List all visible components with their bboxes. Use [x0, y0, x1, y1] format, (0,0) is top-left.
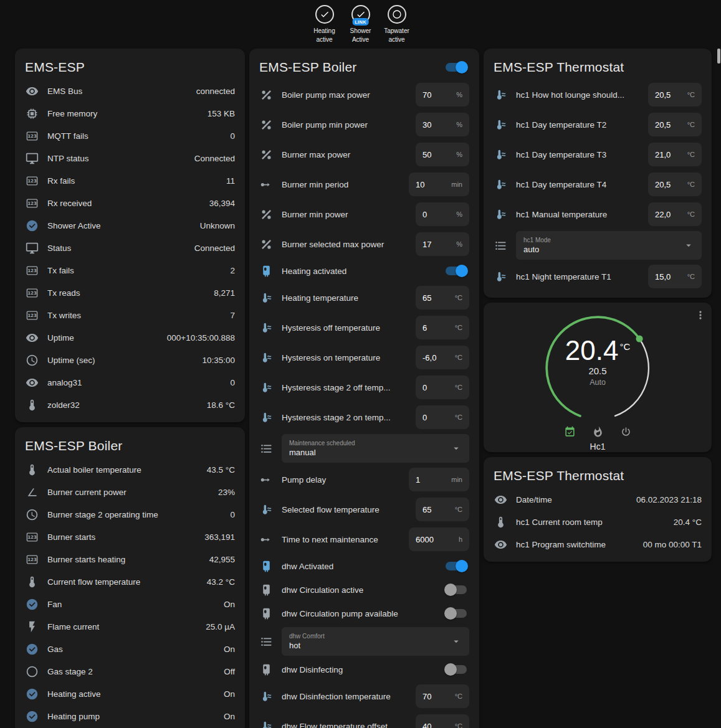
entity-row-tx-fails[interactable]: 123Tx fails2 — [15, 259, 245, 281]
card-thermostat-controls: EMS-ESP Thermostat hc1 How hot lounge sh… — [484, 49, 712, 298]
entity-row-gas[interactable]: GasOn — [15, 638, 245, 660]
toggle-switch[interactable] — [446, 585, 467, 594]
select-label: dhw Comfort — [289, 633, 325, 640]
entity-label: Flame current — [47, 622, 197, 631]
entity-row-actual-boiler-temperature[interactable]: Actual boiler temperature43.5 °C — [15, 458, 245, 481]
badge-tapwater-active[interactable]: Tapwateractive — [382, 5, 412, 44]
badge-heating-active[interactable]: Heatingactive — [310, 5, 340, 44]
entity-row-ntp-status[interactable]: NTP statusConnected — [15, 147, 245, 169]
select-input[interactable]: hc1 Modeauto — [516, 231, 702, 260]
entity-label: Heating pump — [47, 712, 215, 721]
boiler-icon — [259, 559, 273, 573]
more-options-icon[interactable] — [694, 309, 707, 324]
power-icon[interactable] — [620, 426, 632, 438]
number-input[interactable]: 65°C — [416, 286, 469, 310]
entity-value: 8,271 — [214, 288, 235, 298]
toggle-switch[interactable] — [446, 562, 467, 570]
entity-row-fan[interactable]: FanOn — [15, 593, 245, 615]
fire-icon[interactable] — [592, 426, 604, 438]
entity-row-boiler-pump-min-power: Boiler pump min power30% — [249, 110, 479, 139]
check-circle-icon — [25, 687, 39, 701]
entity-row-hc1-night-temperature-t1: hc1 Night temperature T115,0°C — [484, 262, 712, 291]
scrollbar-thumb[interactable] — [717, 49, 720, 64]
toggle-switch[interactable] — [446, 267, 467, 275]
number-input[interactable]: 65°C — [416, 498, 469, 521]
number-input[interactable]: 0°C — [416, 405, 469, 429]
number-input[interactable]: 22,0°C — [648, 202, 702, 226]
entity-row-analog31[interactable]: analog310 — [15, 371, 245, 394]
entity-row-rx-received[interactable]: 123Rx received36,394 — [15, 192, 245, 214]
badge-label: ShowerActive — [346, 27, 376, 44]
entity-row-burner-current-power[interactable]: Burner current power23% — [15, 481, 245, 503]
select-input[interactable]: dhw Comforthot — [282, 627, 469, 656]
select-input[interactable]: Maintenance scheduledmanual — [282, 434, 469, 463]
number-input[interactable]: 1min — [409, 468, 469, 491]
entity-label: Burner min power — [282, 210, 407, 219]
entity-row-boiler-pump-max-power: Boiler pump max power70% — [249, 80, 479, 110]
entity-label: Hysteresis stage 2 on temp... — [282, 413, 407, 422]
entity-row-burner-min-power: Burner min power0% — [249, 199, 479, 229]
entity-row-status[interactable]: StatusConnected — [15, 237, 245, 259]
entity-row-burner-stage-2-operating-time[interactable]: Burner stage 2 operating time0 — [15, 503, 245, 526]
counter-icon: 123 — [25, 263, 39, 277]
number-input[interactable]: 17% — [416, 232, 469, 256]
check-circle-icon — [25, 709, 39, 723]
entity-row-uptime-sec[interactable]: Uptime (sec)10:35:00 — [15, 349, 245, 371]
entity-label: Shower Active — [47, 221, 191, 230]
card-header-toggle[interactable] — [446, 63, 467, 72]
entity-row-zolder32[interactable]: zolder3218.6 °C — [15, 394, 245, 416]
entity-label: hc1 Day temperature T2 — [516, 120, 639, 130]
entity-row-flame-current[interactable]: Flame current25.0 µA — [15, 615, 245, 638]
entity-row-tx-writes[interactable]: 123Tx writes7 — [15, 304, 245, 326]
entity-value: connected — [196, 87, 235, 96]
number-input[interactable]: 0°C — [416, 376, 469, 399]
number-input[interactable]: 50% — [416, 143, 469, 166]
toggle-switch[interactable] — [446, 665, 467, 674]
select-value: hot — [289, 641, 325, 650]
entity-row-heating-pump[interactable]: Heating pumpOn — [15, 705, 245, 727]
number-input[interactable]: 20,5°C — [648, 83, 702, 106]
number-input[interactable]: 40°C — [416, 714, 469, 728]
number-input[interactable]: 70% — [416, 83, 469, 106]
entity-row-date-time[interactable]: Date/time06.02.2023 21:18 — [484, 488, 712, 511]
entity-row-shower-active[interactable]: Shower ActiveUnknown — [15, 214, 245, 237]
entity-label: Status — [47, 243, 186, 253]
number-input[interactable]: 6°C — [416, 316, 469, 339]
number-input[interactable]: 15,0°C — [648, 265, 702, 288]
number-input[interactable]: 6000h — [409, 527, 469, 551]
ray-icon — [259, 473, 273, 486]
percent-icon — [259, 118, 273, 131]
number-input[interactable]: 70°C — [416, 684, 469, 708]
entity-row-heating-active[interactable]: Heating activeOn — [15, 683, 245, 705]
entity-row-hc1-program-switchtime[interactable]: hc1 Program switchtime00 mo 00:00 T1 — [484, 533, 712, 555]
entity-row-burner-starts-heating[interactable]: 123Burner starts heating42,955 — [15, 548, 245, 570]
card-title: EMS-ESP Thermostat — [494, 60, 624, 75]
number-input[interactable]: 10min — [409, 173, 469, 196]
entity-row-rx-fails[interactable]: 123Rx fails11 — [15, 169, 245, 192]
entity-row-gas-stage-2[interactable]: Gas stage 2Off — [15, 660, 245, 683]
entity-row-uptime[interactable]: Uptime000+10:35:00.888 — [15, 326, 245, 349]
entity-value: 7 — [230, 311, 235, 320]
number-input[interactable]: 0% — [416, 202, 469, 226]
number-input[interactable]: 20,5°C — [648, 173, 702, 196]
entity-label: Gas stage 2 — [47, 667, 215, 676]
chevron-down-icon — [451, 636, 462, 647]
thermostat-dial[interactable]: 20.4°C 20.5 Auto — [540, 310, 656, 426]
entity-row-hc1-current-room-temp[interactable]: hc1 Current room temp20.4 °C — [484, 511, 712, 533]
toggle-switch[interactable] — [446, 609, 467, 618]
entity-row-free-memory[interactable]: Free memory153 KB — [15, 102, 245, 125]
number-input[interactable]: 20,5°C — [648, 113, 702, 136]
entity-row-tx-reads[interactable]: 123Tx reads8,271 — [15, 281, 245, 304]
entity-row-mqtt-fails[interactable]: 123MQTT fails0 — [15, 125, 245, 147]
number-input[interactable]: 21,0°C — [648, 143, 702, 166]
entity-row-burner-starts[interactable]: 123Burner starts363,191 — [15, 526, 245, 548]
hvac-mode-buttons — [484, 426, 712, 438]
number-input[interactable]: -6,0°C — [416, 346, 469, 369]
entity-row-ems-bus[interactable]: EMS Busconnected — [15, 80, 245, 102]
entity-row-current-flow-temperature[interactable]: Current flow temperature43.2 °C — [15, 570, 245, 593]
entity-label: Current flow temperature — [47, 577, 198, 587]
clock-icon — [25, 508, 39, 521]
badge-shower-active[interactable]: LINK ShowerActive — [346, 5, 376, 44]
calendar-check-icon[interactable] — [564, 426, 576, 438]
number-input[interactable]: 30% — [416, 113, 469, 136]
